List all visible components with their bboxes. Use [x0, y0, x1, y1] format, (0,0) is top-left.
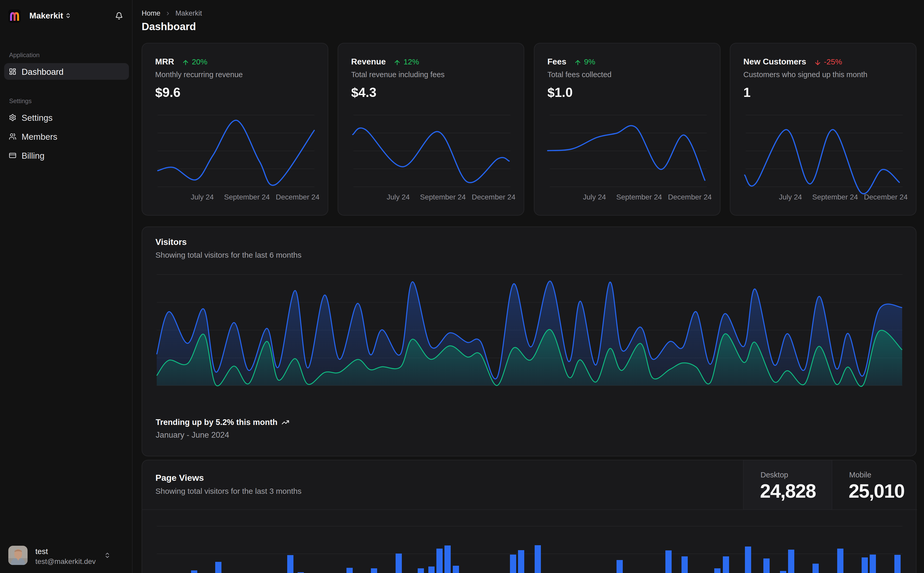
svg-text:December 24: December 24 — [276, 193, 319, 201]
svg-text:July 24: July 24 — [387, 193, 410, 201]
svg-text:July 24: July 24 — [583, 193, 606, 201]
svg-text:September 24: September 24 — [224, 193, 270, 201]
svg-text:December 24: December 24 — [668, 193, 712, 201]
svg-text:September 24: September 24 — [420, 193, 466, 201]
svg-text:July 24: July 24 — [191, 193, 214, 201]
svg-text:September 24: September 24 — [616, 193, 662, 201]
svg-text:September 24: September 24 — [812, 193, 858, 201]
svg-text:December 24: December 24 — [864, 193, 908, 201]
svg-text:July 24: July 24 — [779, 193, 802, 201]
svg-text:December 24: December 24 — [472, 193, 515, 201]
